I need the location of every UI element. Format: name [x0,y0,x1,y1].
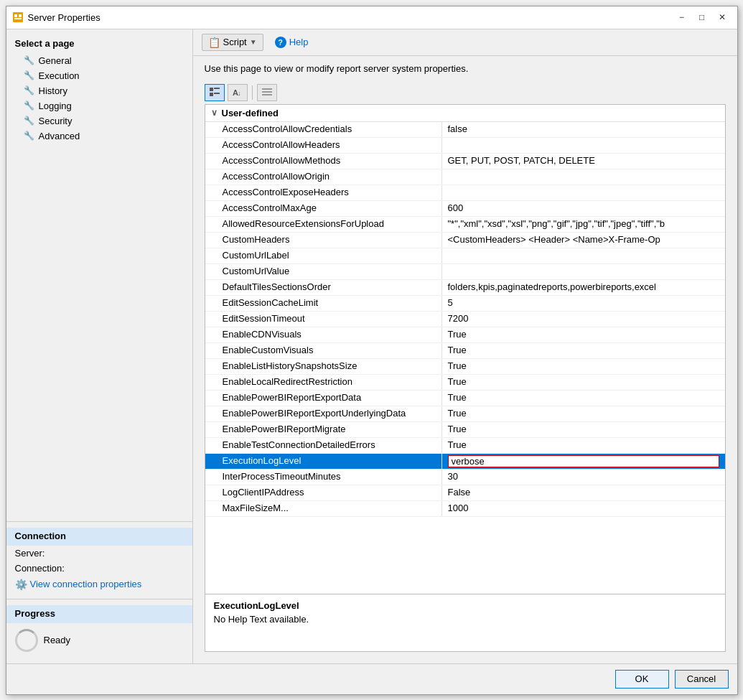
sidebar-spacer [6,149,192,521]
prop-value-cell: True [442,359,725,374]
prop-value-cell: false [442,122,725,137]
ok-button[interactable]: OK [615,670,669,689]
server-properties-window: Server Properties − □ ✕ Select a page 🔧 … [6,6,738,695]
table-row[interactable]: CustomUrlValue [205,264,725,280]
prop-value-input[interactable] [448,455,719,467]
toolbar: 📋 Script ▼ ? Help [193,29,737,56]
table-row[interactable]: AccessControlExposeHeaders [205,185,725,201]
sidebar-item-history[interactable]: 🔧 History [6,83,192,98]
prop-value-cell: True [442,375,725,390]
wrench-icon-exec: 🔧 [24,70,34,80]
prop-name-cell: CustomUrlLabel [205,248,442,263]
table-row[interactable]: InterProcessTimeoutMinutes30 [205,470,725,485]
table-row[interactable]: EnableTestConnectionDetailedErrorsTrue [205,438,725,454]
sidebar-item-label-general: General [39,55,72,66]
table-row[interactable]: EnableListHistorySnapshotsSizeTrue [205,359,725,375]
sidebar-item-label-execution: Execution [39,70,80,81]
svg-rect-11 [262,91,272,93]
content-area: 📋 Script ▼ ? Help Use this page to view … [193,29,737,663]
sidebar-item-label-history: History [39,85,67,96]
maximize-button[interactable]: □ [693,10,711,24]
svg-rect-10 [262,88,272,90]
prop-value-cell [442,185,725,200]
table-row[interactable]: EnablePowerBIReportMigrateTrue [205,422,725,438]
svg-rect-12 [262,94,272,95]
prop-value-cell [442,264,725,279]
table-row[interactable]: EnableCDNVisualsTrue [205,327,725,343]
prop-name-cell: EditSessionTimeout [205,312,442,327]
sidebar-item-execution[interactable]: 🔧 Execution [6,68,192,83]
table-row[interactable]: CustomUrlLabel [205,248,725,264]
properties-view-button[interactable] [257,84,277,101]
table-row[interactable]: EnableLocalRedirectRestrictionTrue [205,375,725,391]
table-row[interactable]: MaxFileSizeM...1000 [205,501,725,517]
prop-name-cell: AccessControlExposeHeaders [205,185,442,200]
prop-name-cell: AccessControlAllowHeaders [205,138,442,153]
prop-name-cell: AccessControlAllowOrigin [205,169,442,185]
prop-value-cell[interactable] [442,454,725,469]
table-row[interactable]: AccessControlAllowOrigin [205,169,725,185]
property-table: ∨ User-defined AccessControlAllowCredent… [205,105,725,594]
table-row[interactable]: EnableCustomVisualsTrue [205,343,725,359]
category-view-button[interactable] [205,84,225,101]
table-row[interactable]: AccessControlAllowCredentialsfalse [205,122,725,138]
prop-rows-container: AccessControlAllowCredentialsfalseAccess… [205,122,725,517]
table-row[interactable]: EnablePowerBIReportExportDataTrue [205,391,725,406]
minimize-button[interactable]: − [673,10,691,24]
view-connection-link[interactable]: ⚙️ View connection properties [6,576,192,593]
table-row[interactable]: LogClientIPAddressFalse [205,485,725,501]
svg-rect-4 [210,88,213,91]
prop-name-cell: EditSessionCacheLimit [205,296,442,311]
alpha-sort-button[interactable]: A ↓ [228,84,248,101]
prop-name-cell: EnablePowerBIReportExportData [205,391,442,406]
prop-value-cell [442,169,725,185]
table-row[interactable]: EditSessionCacheLimit5 [205,296,725,312]
toolbar-separator [252,85,253,100]
table-row[interactable]: DefaultTilesSectionsOrderfolders,kpis,pa… [205,280,725,296]
help-button[interactable]: ? Help [269,34,314,50]
description-text: Use this page to view or modify report s… [205,63,469,74]
table-row[interactable]: CustomHeaders<CustomHeaders> <Header> <N… [205,233,725,248]
sidebar-item-advanced[interactable]: 🔧 Advanced [6,129,192,144]
table-row[interactable]: EnablePowerBIReportExportUnderlyingDataT… [205,406,725,422]
table-row[interactable]: AccessControlAllowHeaders [205,138,725,154]
prop-value-cell: True [442,406,725,421]
sidebar-item-label-security: Security [39,116,73,126]
prop-name-cell: CustomUrlValue [205,264,442,279]
prop-value-cell: 600 [442,201,725,216]
table-row[interactable]: AccessControlMaxAge600 [205,201,725,217]
connection-title: Connection [6,528,192,546]
svg-rect-2 [19,14,22,17]
sidebar-item-logging[interactable]: 🔧 Logging [6,98,192,113]
cancel-button[interactable]: Cancel [675,670,729,689]
script-button[interactable]: 📋 Script ▼ [202,34,263,51]
select-page-title: Select a page [6,35,192,53]
help-circle-icon: ? [275,37,286,48]
prop-value-cell: True [442,343,725,358]
table-row[interactable]: AllowedResourceExtensionsForUpload"*","x… [205,217,725,233]
svg-text:↓: ↓ [238,90,241,97]
title-bar: Server Properties − □ ✕ [6,6,737,29]
prop-name-cell: DefaultTilesSectionsOrder [205,280,442,295]
close-button[interactable]: ✕ [713,10,732,24]
wrench-icon: 🔧 [24,55,34,65]
prop-name-cell: AccessControlAllowCredentials [205,122,442,137]
prop-name-cell: EnableCustomVisuals [205,343,442,358]
progress-content: Ready [6,623,192,658]
svg-rect-1 [14,14,17,17]
sidebar-item-security[interactable]: 🔧 Security [6,113,192,129]
main-content: Select a page 🔧 General 🔧 Execution 🔧 Hi… [6,29,737,663]
section-header: ∨ User-defined [205,105,725,122]
prop-value-cell: 7200 [442,312,725,327]
help-panel-text: No Help Text available. [214,614,716,625]
sidebar-item-label-logging: Logging [39,101,72,111]
progress-status: Ready [44,635,71,645]
dropdown-arrow-icon: ▼ [250,38,257,46]
section-collapse-arrow[interactable]: ∨ [211,108,218,118]
table-row[interactable]: AccessControlAllowMethodsGET, PUT, POST,… [205,154,725,169]
sidebar-item-general[interactable]: 🔧 General [6,53,192,68]
table-row[interactable]: EditSessionTimeout7200 [205,312,725,327]
prop-value-cell: 30 [442,470,725,485]
table-row[interactable]: ExecutionLogLevel [205,454,725,470]
prop-value-cell: GET, PUT, POST, PATCH, DELETE [442,154,725,169]
